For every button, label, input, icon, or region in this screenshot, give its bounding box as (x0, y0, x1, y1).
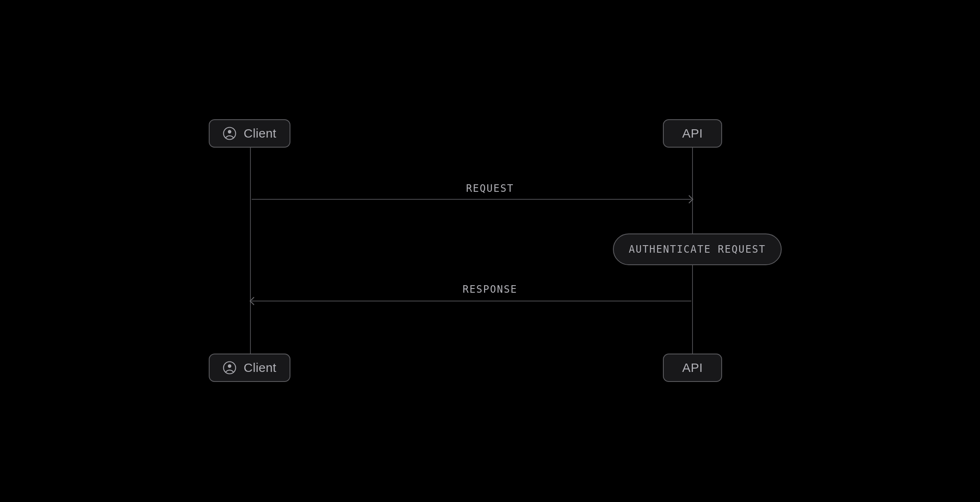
client-label: Client (244, 126, 277, 141)
response-arrow (252, 301, 691, 301)
request-arrow (252, 199, 691, 200)
svg-point-3 (228, 364, 231, 368)
client-label: Client (244, 361, 277, 375)
authenticate-activation: AUTHENTICATE REQUEST (613, 233, 782, 265)
user-icon (223, 361, 236, 374)
sequence-diagram: Client API REQUEST AUTHENTICATE REQUEST … (171, 88, 809, 414)
request-label: REQUEST (171, 183, 809, 194)
user-icon (223, 127, 236, 140)
client-lifeline (250, 148, 251, 354)
svg-point-1 (228, 130, 231, 133)
api-label: API (682, 361, 702, 375)
api-actor-bottom: API (663, 354, 722, 382)
response-label: RESPONSE (171, 284, 809, 295)
api-label: API (682, 126, 702, 141)
arrow-left-icon (250, 297, 258, 305)
client-actor-bottom: Client (209, 354, 290, 382)
client-actor-top: Client (209, 119, 290, 148)
api-actor-top: API (663, 119, 722, 148)
